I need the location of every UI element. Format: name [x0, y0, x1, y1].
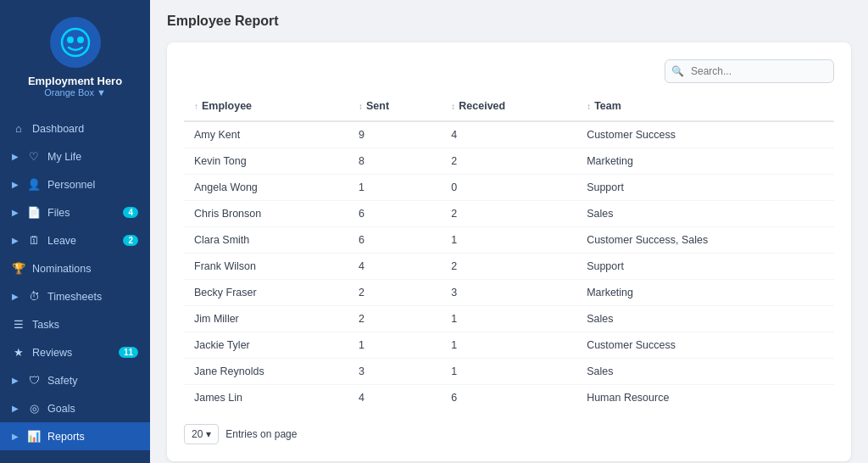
cell-sent: 3: [348, 359, 441, 385]
sidebar-item-personnel[interactable]: ▶👤Personnel: [0, 170, 150, 198]
col-header-team[interactable]: ↕Team: [576, 93, 834, 121]
cell-team: Support: [576, 175, 834, 201]
sidebar-item-my-life[interactable]: ▶♡My Life: [0, 142, 150, 170]
report-table: ↑Employee↕Sent↕Received↕Team Amy Kent94C…: [184, 93, 834, 410]
main-content: Employee Report 🔍 ↑Employee↕Sent↕Receive…: [150, 0, 868, 463]
cell-employee: Jackie Tyler: [184, 332, 348, 359]
col-header-received[interactable]: ↕Received: [441, 93, 576, 121]
cell-sent: 9: [348, 121, 441, 148]
table-row: Frank Wilson42Support: [184, 254, 834, 280]
cell-sent: 2: [348, 306, 441, 332]
cell-employee: Jim Miller: [184, 306, 348, 332]
sidebar-item-label: Files: [47, 207, 70, 219]
dashboard-icon: ⌂: [12, 122, 25, 135]
table-row: Becky Fraser23Marketing: [184, 280, 834, 306]
cell-sent: 4: [348, 254, 441, 280]
nav-arrow-icon: ▶: [12, 152, 19, 161]
cell-employee: Becky Fraser: [184, 280, 348, 306]
sidebar-nav: ⌂Dashboard▶♡My Life▶👤Personnel▶📄Files4▶🗓…: [0, 111, 150, 463]
nav-arrow-icon: ▶: [12, 432, 19, 441]
cell-received: 4: [441, 121, 576, 148]
sidebar-item-reviews[interactable]: ★Reviews11: [0, 338, 150, 366]
chevron-down-icon: ▾: [206, 428, 211, 440]
cell-employee: Jane Reynolds: [184, 359, 348, 385]
sidebar-logo: Employment Hero Orange Box ▼: [0, 0, 150, 111]
col-header-employee[interactable]: ↑Employee: [184, 93, 348, 121]
cell-sent: 6: [348, 227, 441, 254]
table-row: Chris Bronson62Sales: [184, 201, 834, 227]
sidebar-item-label: Reports: [47, 431, 85, 443]
table-header-row: ↑Employee↕Sent↕Received↕Team: [184, 93, 834, 121]
cell-sent: 4: [348, 385, 441, 411]
sort-icon: ↕: [587, 102, 591, 111]
sidebar-item-label: Dashboard: [32, 123, 84, 135]
company-name: Employment Hero: [28, 75, 122, 87]
entries-value: 20: [192, 428, 203, 440]
cell-team: Sales: [576, 306, 834, 332]
search-bar: 🔍: [184, 59, 834, 83]
cell-received: 2: [441, 148, 576, 175]
reports-icon: 📊: [27, 430, 41, 443]
search-input[interactable]: [665, 59, 834, 83]
sidebar-item-reports[interactable]: ▶📊Reports: [0, 422, 150, 450]
sidebar-item-timesheets[interactable]: ▶⏱Timesheets: [0, 282, 150, 310]
cell-team: Human Resource: [576, 385, 834, 411]
safety-icon: 🛡: [27, 374, 41, 387]
table-row: Kevin Tong82Marketing: [184, 148, 834, 175]
cell-team: Customer Success: [576, 332, 834, 359]
entries-label: Entries on page: [225, 428, 297, 440]
sidebar-item-label: Goals: [47, 403, 75, 415]
my-life-icon: ♡: [27, 150, 41, 163]
cell-sent: 6: [348, 201, 441, 227]
sidebar: Employment Hero Orange Box ▼ ⌂Dashboard▶…: [0, 0, 150, 463]
cell-received: 3: [441, 280, 576, 306]
files-icon: 📄: [27, 206, 41, 219]
cell-team: Sales: [576, 201, 834, 227]
cell-employee: Chris Bronson: [184, 201, 348, 227]
sidebar-item-goals[interactable]: ▶◎Goals: [0, 394, 150, 422]
cell-received: 1: [441, 359, 576, 385]
cell-team: Support: [576, 254, 834, 280]
cell-team: Marketing: [576, 280, 834, 306]
nav-arrow-icon: ▶: [12, 180, 19, 189]
cell-team: Sales: [576, 359, 834, 385]
svg-point-2: [77, 36, 84, 43]
svg-point-1: [67, 36, 74, 43]
table-row: Jackie Tyler11Customer Success: [184, 332, 834, 359]
sidebar-item-files[interactable]: ▶📄Files4: [0, 198, 150, 226]
company-sub[interactable]: Orange Box ▼: [44, 87, 106, 98]
sidebar-item-leave[interactable]: ▶🗓Leave2: [0, 226, 150, 254]
timesheets-icon: ⏱: [27, 290, 41, 303]
cell-received: 0: [441, 175, 576, 201]
logo-circle: [50, 17, 101, 68]
sidebar-item-dashboard[interactable]: ⌂Dashboard: [0, 114, 150, 142]
sidebar-item-label: My Life: [47, 151, 81, 163]
cell-employee: James Lin: [184, 385, 348, 411]
cell-received: 2: [441, 201, 576, 227]
table-body: Amy Kent94Customer SuccessKevin Tong82Ma…: [184, 121, 834, 410]
nominations-icon: 🏆: [12, 262, 25, 275]
sidebar-item-nominations[interactable]: 🏆Nominations: [0, 254, 150, 282]
entries-select[interactable]: 20 ▾: [184, 424, 219, 444]
col-header-sent[interactable]: ↕Sent: [348, 93, 441, 121]
cell-team: Customer Success, Sales: [576, 227, 834, 254]
table-row: Jane Reynolds31Sales: [184, 359, 834, 385]
search-icon: 🔍: [671, 65, 684, 77]
sidebar-item-label: Safety: [47, 375, 77, 387]
cell-team: Customer Success: [576, 121, 834, 148]
cell-sent: 1: [348, 175, 441, 201]
search-input-wrapper: 🔍: [665, 59, 834, 83]
sidebar-item-tasks[interactable]: ☰Tasks: [0, 310, 150, 338]
sidebar-item-label: Personnel: [47, 179, 95, 191]
cell-employee: Frank Wilson: [184, 254, 348, 280]
nav-badge: 2: [123, 235, 138, 246]
report-card: 🔍 ↑Employee↕Sent↕Received↕Team Amy Kent9…: [167, 42, 851, 461]
table-row: Amy Kent94Customer Success: [184, 121, 834, 148]
nav-arrow-icon: ▶: [12, 376, 19, 385]
nav-badge: 4: [123, 207, 138, 218]
cell-sent: 8: [348, 148, 441, 175]
personnel-icon: 👤: [27, 178, 41, 191]
sidebar-item-safety[interactable]: ▶🛡Safety: [0, 366, 150, 394]
sidebar-item-label: Leave: [47, 235, 76, 247]
table-row: Jim Miller21Sales: [184, 306, 834, 332]
